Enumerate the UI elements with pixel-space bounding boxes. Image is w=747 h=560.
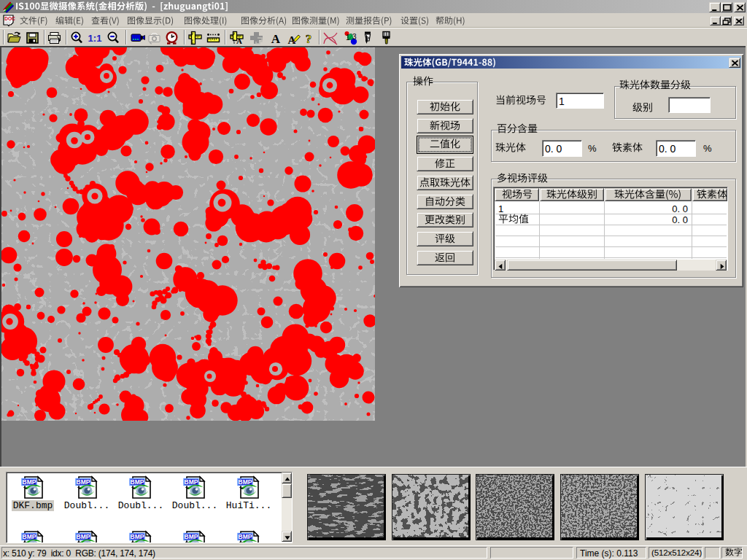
svg-text:A: A bbox=[236, 36, 242, 45]
svg-text:BMP: BMP bbox=[239, 533, 252, 540]
svg-text:DOC: DOC bbox=[4, 16, 15, 21]
svg-text:BMP: BMP bbox=[131, 478, 144, 486]
svg-text:A: A bbox=[271, 32, 281, 46]
svg-text:BMP: BMP bbox=[23, 533, 36, 540]
svg-text:BMP: BMP bbox=[185, 478, 198, 486]
svg-text:1:1: 1:1 bbox=[88, 33, 102, 44]
svg-text:?: ? bbox=[306, 32, 312, 46]
svg-text:BMP: BMP bbox=[23, 478, 36, 486]
svg-text:3: 3 bbox=[352, 33, 357, 41]
svg-text:BMP: BMP bbox=[77, 533, 90, 540]
svg-text:BMP: BMP bbox=[185, 533, 198, 540]
svg-text:BMP: BMP bbox=[239, 478, 252, 486]
svg-text:BMP: BMP bbox=[131, 533, 144, 540]
svg-text:BMP: BMP bbox=[77, 478, 90, 486]
